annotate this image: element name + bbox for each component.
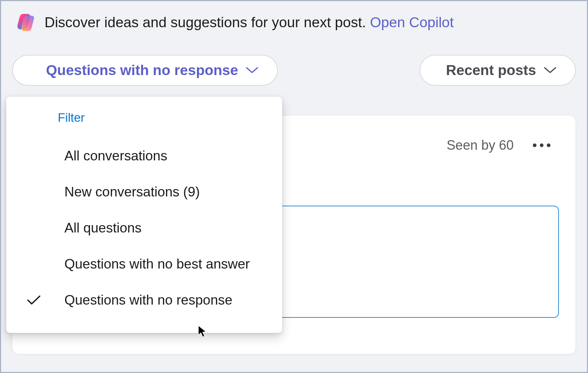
copilot-banner: Discover ideas and suggestions for your …	[1, 1, 587, 44]
dropdown-item-label: All conversations	[50, 148, 167, 164]
banner-text: Discover ideas and suggestions for your …	[45, 14, 454, 31]
controls-row: Questions with no response Recent posts	[1, 44, 587, 86]
more-dots-icon	[540, 143, 543, 147]
filter-option-new-conversations[interactable]: New conversations (9)	[6, 174, 282, 210]
seen-by-label: Seen by 60	[447, 138, 514, 153]
dropdown-item-label: Questions with no response	[50, 292, 233, 308]
sort-dropdown-label: Recent posts	[446, 62, 536, 78]
filter-dropdown-menu: Filter All conversations New conversatio…	[6, 97, 282, 333]
check-icon	[25, 294, 43, 307]
filter-option-all-questions[interactable]: All questions	[6, 210, 282, 246]
filter-option-all-conversations[interactable]: All conversations	[6, 138, 282, 174]
filter-dropdown-label: Questions with no response	[46, 62, 238, 78]
more-dots-icon	[533, 143, 536, 147]
dropdown-item-label: New conversations (9)	[50, 184, 200, 200]
more-dots-icon	[547, 143, 550, 147]
chevron-down-icon	[543, 67, 557, 74]
chevron-down-icon	[245, 67, 259, 74]
dropdown-item-label: Questions with no best answer	[50, 256, 250, 272]
sort-dropdown[interactable]: Recent posts	[419, 55, 576, 86]
filter-option-no-best-answer[interactable]: Questions with no best answer	[6, 246, 282, 282]
copilot-icon	[16, 12, 36, 33]
open-copilot-link[interactable]: Open Copilot	[370, 14, 454, 30]
cursor-icon	[198, 325, 207, 340]
filter-option-no-response[interactable]: Questions with no response	[6, 282, 282, 318]
more-options-button[interactable]	[530, 141, 553, 150]
banner-message: Discover ideas and suggestions for your …	[45, 14, 370, 30]
dropdown-header: Filter	[6, 107, 282, 138]
filter-dropdown[interactable]: Questions with no response	[12, 55, 278, 86]
dropdown-item-label: All questions	[50, 220, 142, 236]
